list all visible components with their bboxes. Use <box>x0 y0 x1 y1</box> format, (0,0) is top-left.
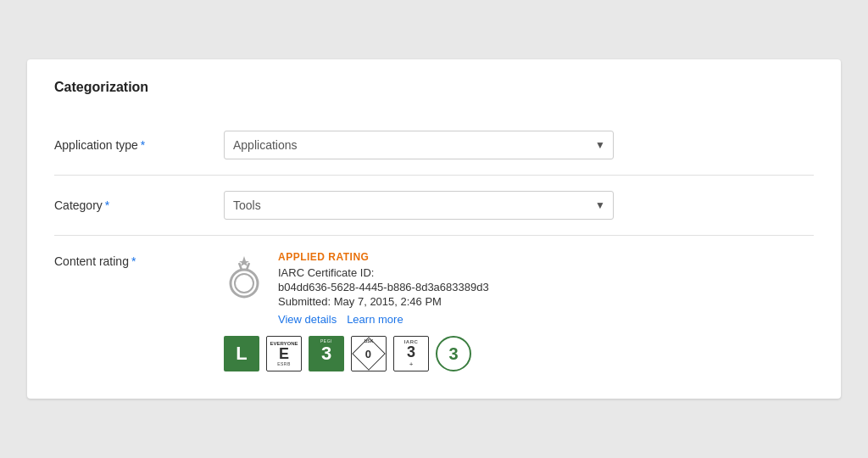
categorization-card: Categorization Application type* Applica… <box>27 59 841 399</box>
application-type-select[interactable]: Applications <box>224 131 614 159</box>
badge-e-esrb: EVERYONE E ESRB <box>266 336 302 371</box>
applied-rating-label: APPLIED RATING <box>278 251 814 263</box>
rating-info: APPLIED RATING IARC Certificate ID: b04d… <box>278 251 814 326</box>
pegi-label: PEGI <box>309 338 344 344</box>
content-rating-label: Content rating* <box>54 251 224 268</box>
badge-iarc-num: 3 <box>407 344 415 361</box>
rating-badges: L EVERYONE E ESRB PEGI 3 USK 0 <box>224 336 814 371</box>
learn-more-link[interactable]: Learn more <box>347 313 403 326</box>
category-row: Category* Tools ▼ <box>54 176 814 236</box>
svg-line-4 <box>247 263 249 270</box>
category-field: Tools ▼ <box>224 191 814 220</box>
badge-iarc-3plus: IARC 3 + <box>393 336 429 371</box>
application-type-select-wrapper[interactable]: Applications ▼ <box>224 131 614 159</box>
category-select-wrapper[interactable]: Tools ▼ <box>224 191 614 220</box>
rating-content: APPLIED RATING IARC Certificate ID: b04d… <box>224 251 814 371</box>
badge-e-esrb-label: ESRB <box>277 361 291 366</box>
required-star: * <box>131 254 136 268</box>
svg-point-1 <box>235 274 253 293</box>
badge-usk-0: USK 0 <box>351 336 387 371</box>
application-type-label: Application type* <box>54 138 224 152</box>
rating-links: View details Learn more <box>278 313 814 326</box>
required-star: * <box>141 138 145 152</box>
badge-iarc-plus: + <box>409 360 414 368</box>
medal-icon <box>224 254 264 302</box>
category-label: Category* <box>54 198 224 212</box>
application-type-row: Application type* Applications ▼ <box>54 115 814 176</box>
badge-circle-3: 3 <box>436 336 471 371</box>
badge-e-letter: E <box>279 346 289 361</box>
svg-line-3 <box>239 263 242 270</box>
iarc-id-value: b04dd636-5628-4445-b886-8d3a683389d3 <box>278 281 814 293</box>
application-type-field: Applications ▼ <box>224 131 814 159</box>
rating-header-row: APPLIED RATING IARC Certificate ID: b04d… <box>224 251 814 326</box>
iarc-id-label: IARC Certificate ID: <box>278 266 814 279</box>
badge-pegi-3: PEGI 3 <box>309 336 344 371</box>
view-details-link[interactable]: View details <box>278 313 337 326</box>
required-star: * <box>105 198 109 212</box>
badge-usk-num: 0 <box>365 347 371 360</box>
card-title: Categorization <box>54 80 814 95</box>
category-select[interactable]: Tools <box>224 191 614 220</box>
badge-l: L <box>224 336 259 371</box>
content-rating-row: Content rating* APPLIED RATING IARC Cert… <box>54 236 814 371</box>
submitted-text: Submitted: May 7, 2015, 2:46 PM <box>278 295 814 308</box>
